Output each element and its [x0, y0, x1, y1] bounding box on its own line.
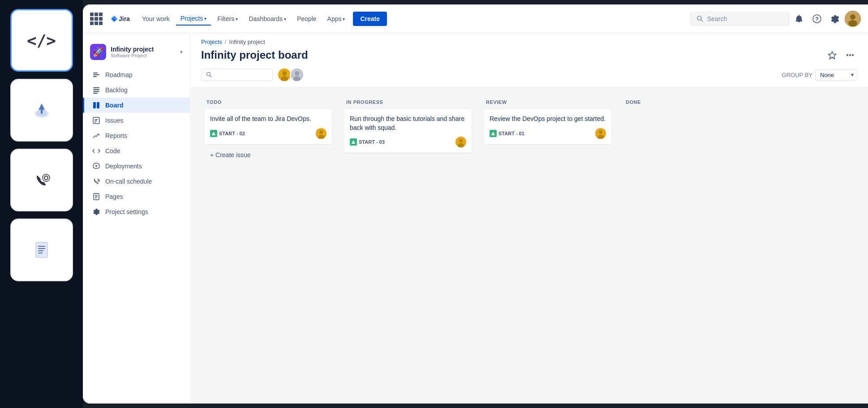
sidebar-item-backlog[interactable]: Backlog	[83, 82, 190, 98]
nav-dashboards[interactable]: Dashboards ▾	[244, 13, 291, 25]
group-by-control: GROUP BY None Assignee Priority Epic	[782, 69, 857, 81]
column-cards-todo: Invite all of the team to Jira DevOps. S…	[201, 109, 335, 148]
help-button[interactable]: ?	[809, 11, 825, 27]
settings-button[interactable]	[827, 11, 843, 27]
svg-point-58	[599, 130, 602, 134]
card-assignee-avatar	[595, 128, 606, 139]
sidebar-item-board[interactable]: Board	[83, 98, 190, 113]
filter-search-icon	[206, 72, 212, 78]
jira-logo: Jira	[105, 13, 132, 25]
svg-rect-23	[93, 89, 99, 90]
board-toolbar: GROUP BY None Assignee Priority Epic	[201, 68, 857, 87]
star-button[interactable]	[825, 48, 839, 62]
table-row[interactable]: Review the DevOps project to get started…	[484, 109, 611, 144]
search-box[interactable]: Search	[691, 12, 789, 26]
filters-chevron-icon: ▾	[236, 17, 238, 21]
left-panel-card-code[interactable]: </>	[10, 9, 73, 72]
on-call-icon	[92, 177, 101, 185]
project-type: Software Project	[111, 53, 176, 58]
card-text: Invite all of the team to Jira DevOps.	[210, 115, 327, 124]
svg-point-54	[459, 139, 463, 142]
sidebar-item-deployments[interactable]: Deployments	[83, 159, 190, 174]
more-options-button[interactable]	[843, 48, 857, 62]
dashboards-chevron-icon: ▾	[284, 17, 286, 21]
board-title-row: Infinity project board	[201, 48, 857, 62]
svg-rect-25	[93, 93, 98, 94]
card-tag-icon	[350, 138, 357, 146]
create-button[interactable]: Create	[353, 12, 387, 26]
card-tag: START - 03	[350, 138, 385, 146]
column-cards-done	[620, 109, 755, 113]
table-row[interactable]: Invite all of the team to Jira DevOps. S…	[205, 109, 332, 144]
sidebar-item-pages-label: Pages	[105, 193, 123, 200]
board-icon	[92, 101, 101, 109]
nav-filters[interactable]: Filters ▾	[213, 13, 242, 25]
svg-marker-48	[212, 132, 215, 135]
filter-search-box[interactable]	[201, 69, 273, 81]
card-tag-icon	[210, 130, 217, 137]
svg-point-50	[319, 130, 323, 134]
project-name: Infinity project	[111, 46, 176, 53]
left-panel-card-upload[interactable]	[10, 79, 73, 142]
nav-people[interactable]: People	[292, 13, 321, 25]
group-by-select[interactable]: None Assignee Priority Epic	[815, 69, 857, 81]
assignee-avatar-2[interactable]	[290, 68, 304, 82]
nav-projects[interactable]: Projects ▾	[176, 12, 211, 26]
nav-apps[interactable]: Apps ▾	[323, 13, 350, 25]
sidebar-item-code-label: Code	[105, 147, 120, 155]
user-avatar[interactable]	[845, 11, 861, 27]
card-tag-label: START - 03	[359, 139, 385, 145]
breadcrumb-projects-link[interactable]: Projects	[201, 39, 222, 45]
sidebar-item-backlog-label: Backlog	[105, 86, 128, 94]
card-tag-label: START - 02	[219, 131, 245, 136]
svg-rect-27	[97, 102, 99, 108]
sidebar-item-code[interactable]: Code	[83, 143, 190, 159]
code-icon: </>	[27, 31, 56, 50]
pages-icon	[92, 193, 101, 201]
search-icon	[696, 15, 704, 22]
svg-point-37	[847, 54, 848, 56]
app-grid-icon[interactable]	[90, 13, 103, 25]
svg-point-43	[282, 71, 287, 76]
card-tag-label: START - 01	[498, 131, 524, 136]
page-body: 🚀 Infinity project Software Project ▾ Ro…	[83, 33, 868, 404]
sidebar-item-roadmap[interactable]: Roadmap	[83, 67, 190, 82]
svg-rect-9	[38, 250, 43, 251]
group-by-label: GROUP BY	[782, 72, 812, 78]
sidebar-item-issues[interactable]: Issues	[83, 113, 190, 128]
svg-line-13	[701, 20, 703, 21]
apps-chevron-icon: ▾	[343, 17, 345, 21]
board-area: Projects / Infinity project Infinity pro…	[190, 33, 868, 404]
svg-text:?: ?	[815, 16, 819, 22]
svg-text:Jira: Jira	[119, 15, 130, 22]
project-header[interactable]: 🚀 Infinity project Software Project ▾	[83, 40, 190, 64]
card-tag-icon	[490, 130, 497, 137]
sidebar-item-deployments-label: Deployments	[105, 163, 142, 170]
svg-marker-56	[491, 132, 495, 135]
svg-rect-31	[95, 122, 96, 123]
sidebar-item-reports-label: Reports	[105, 132, 127, 139]
svg-point-39	[852, 54, 854, 56]
notifications-button[interactable]	[791, 11, 807, 27]
svg-marker-52	[352, 140, 355, 144]
sidebar-item-pages[interactable]: Pages	[83, 189, 190, 204]
svg-marker-2	[39, 103, 45, 110]
main-content: Jira Your work Projects ▾ Filters ▾ Dash…	[83, 4, 868, 404]
sidebar-item-project-settings[interactable]: Project settings	[83, 204, 190, 219]
left-panel-card-doc[interactable]	[10, 219, 73, 281]
topnav-logo: Jira	[90, 13, 132, 25]
sidebar-item-reports[interactable]: Reports	[83, 128, 190, 143]
svg-rect-19	[93, 73, 98, 73]
filter-search-input[interactable]	[215, 71, 251, 78]
create-issue-button[interactable]: + Create issue	[205, 148, 332, 162]
left-panel-card-phone[interactable]	[10, 149, 73, 211]
table-row[interactable]: Run through the basic tutorials and shar…	[344, 109, 472, 153]
card-assignee-avatar	[316, 128, 327, 139]
nav-your-work[interactable]: Your work	[138, 13, 174, 25]
topnav: Jira Your work Projects ▾ Filters ▾ Dash…	[83, 4, 868, 33]
phone-icon	[30, 169, 53, 191]
column-cards-in-progress: Run through the basic tutorials and shar…	[341, 109, 475, 156]
sidebar: 🚀 Infinity project Software Project ▾ Ro…	[83, 33, 190, 404]
sidebar-item-on-call-label: On-call schedule	[105, 178, 152, 185]
sidebar-item-on-call[interactable]: On-call schedule	[83, 174, 190, 189]
